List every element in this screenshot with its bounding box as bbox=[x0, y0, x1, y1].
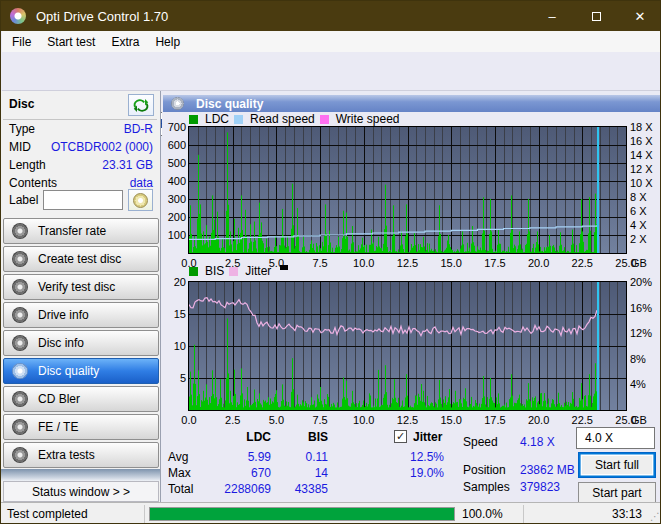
menu-help[interactable]: Help bbox=[147, 31, 188, 52]
axis-tick-label: 16% bbox=[630, 302, 660, 314]
total-row-label: Total bbox=[168, 482, 193, 496]
statusbar-separator bbox=[523, 505, 524, 523]
label-field-label: Label bbox=[9, 193, 38, 207]
ldc-swatch-icon bbox=[189, 115, 198, 124]
sidebar-item-label: Transfer rate bbox=[38, 224, 106, 238]
axis-tick-label: 12% bbox=[630, 327, 660, 339]
disc-icon bbox=[12, 335, 28, 351]
read-speed-swatch-icon bbox=[234, 115, 243, 124]
position-stat-value: 23862 MB bbox=[520, 463, 575, 477]
bis-jitter-chart-canvas bbox=[189, 282, 626, 410]
disc-icon bbox=[12, 307, 28, 323]
axis-tick-label: 7.5 bbox=[302, 414, 338, 426]
chart1-legend: LDC Read speed Write speed bbox=[189, 112, 400, 126]
sidebar-item-label: Disc quality bbox=[38, 364, 99, 378]
avg-bis-value: 0.11 bbox=[248, 450, 328, 464]
panel-header: Disc quality bbox=[163, 95, 660, 112]
maximize-button[interactable] bbox=[574, 1, 618, 31]
length-label: Length bbox=[9, 158, 46, 172]
test-speed-value: 4.0 X bbox=[585, 431, 613, 445]
axis-tick-label: 4% bbox=[630, 378, 660, 390]
max-jitter-value: 19.0% bbox=[364, 466, 444, 480]
axis-tick-label: 10.0 bbox=[346, 414, 382, 426]
axis-tick-label: 17.5 bbox=[477, 257, 513, 269]
sidebar-item-fe-te[interactable]: FE / TE bbox=[3, 414, 159, 440]
menu-bar: File Start test Extra Help bbox=[2, 31, 660, 52]
refresh-icon bbox=[133, 98, 149, 113]
axis-tick-label: 600 bbox=[158, 139, 186, 151]
maximize-icon bbox=[592, 12, 601, 21]
sidebar-item-create-test-disc[interactable]: Create test disc bbox=[3, 246, 159, 272]
jitter-checkbox[interactable]: ✓ bbox=[394, 430, 407, 443]
sidebar-item-label: Drive info bbox=[38, 308, 89, 322]
sidebar-item-disc-info[interactable]: Disc info bbox=[3, 330, 159, 356]
sidebar-item-label: Create test disc bbox=[38, 252, 121, 266]
disc-quality-panel: Disc quality LDC Read speed Write speed … bbox=[162, 91, 661, 503]
sidebar-item-disc-quality[interactable]: Disc quality bbox=[3, 358, 159, 384]
resize-grip[interactable]: ⋰ bbox=[650, 511, 660, 522]
axis-tick-label: 20.0 bbox=[521, 414, 557, 426]
statusbar-separator bbox=[144, 505, 145, 523]
axis-tick-label: 700 bbox=[158, 121, 186, 133]
menu-start-test[interactable]: Start test bbox=[39, 31, 103, 52]
mid-label: MID bbox=[9, 140, 31, 154]
contents-label: Contents bbox=[9, 176, 57, 190]
disc-refresh-button[interactable] bbox=[128, 94, 154, 116]
title-bar: Opti Drive Control 1.70 – ✕ bbox=[1, 1, 661, 31]
contents-value: data bbox=[130, 176, 153, 190]
max-bis-value: 14 bbox=[248, 466, 328, 480]
cd-icon bbox=[133, 193, 148, 208]
legend-label: BIS bbox=[205, 264, 224, 278]
speed-stat-value: 4.18 X bbox=[520, 435, 555, 449]
menu-file[interactable]: File bbox=[4, 31, 39, 52]
status-window-button[interactable]: Status window > > bbox=[3, 481, 159, 502]
axis-tick-label: 8 X bbox=[630, 191, 660, 203]
total-bis-value: 43385 bbox=[248, 482, 328, 496]
length-value: 23.31 GB bbox=[102, 158, 153, 172]
sidebar-item-label: Extra tests bbox=[38, 448, 95, 462]
axis-tick-label: GB bbox=[631, 414, 657, 426]
axis-tick-label: 5.0 bbox=[258, 414, 294, 426]
legend-label: Jitter bbox=[245, 264, 271, 278]
progress-percent: 100.0% bbox=[462, 507, 503, 521]
label-input[interactable] bbox=[43, 190, 123, 210]
panel-title: Disc quality bbox=[196, 97, 263, 111]
axis-tick-label: 16 X bbox=[630, 135, 660, 147]
axis-tick-label: 15 bbox=[158, 308, 186, 320]
axis-tick-label: 7.5 bbox=[302, 257, 338, 269]
start-full-button[interactable]: Start full bbox=[578, 452, 656, 478]
axis-tick-label: 20.0 bbox=[521, 257, 557, 269]
axis-tick-label: 12 X bbox=[630, 163, 660, 175]
bis-column-header: BIS bbox=[248, 430, 328, 444]
divider bbox=[3, 119, 157, 120]
type-value: BD-R bbox=[124, 122, 153, 136]
bis-jitter-chart-plot bbox=[188, 281, 627, 411]
sidebar-item-cd-bler[interactable]: CD Bler bbox=[3, 386, 159, 412]
axis-tick-label: 2.5 bbox=[215, 414, 251, 426]
disc-icon bbox=[171, 97, 184, 110]
status-bar: Test completed 100.0% 33:13 ⋰ bbox=[1, 502, 661, 524]
sidebar-item-transfer-rate[interactable]: Transfer rate bbox=[3, 218, 159, 244]
elapsed-time: 33:13 bbox=[612, 507, 642, 521]
disc-icon bbox=[12, 447, 28, 463]
type-label: Type bbox=[9, 122, 35, 136]
sidebar-item-label: Disc info bbox=[38, 336, 84, 350]
axis-tick-label: 20 bbox=[158, 276, 186, 288]
sidebar-item-verify-test-disc[interactable]: Verify test disc bbox=[3, 274, 159, 300]
jitter-swatch-icon bbox=[229, 267, 238, 276]
test-speed-select[interactable]: 4.0 X bbox=[576, 427, 655, 449]
sidebar-item-drive-info[interactable]: Drive info bbox=[3, 302, 159, 328]
start-part-button[interactable]: Start part bbox=[578, 482, 656, 504]
ldc-chart-plot bbox=[188, 126, 627, 254]
sidebar-item-extra-tests[interactable]: Extra tests bbox=[3, 442, 159, 468]
axis-tick-label: 14 X bbox=[630, 149, 660, 161]
status-text: Test completed bbox=[7, 507, 88, 521]
close-button[interactable]: ✕ bbox=[618, 1, 661, 31]
axis-tick-label: 18 X bbox=[630, 121, 660, 133]
legend-label: Read speed bbox=[250, 112, 315, 126]
minimize-button[interactable]: – bbox=[530, 1, 574, 31]
sidebar-item-label: FE / TE bbox=[38, 420, 78, 434]
chart2-legend: BIS Jitter bbox=[189, 264, 288, 278]
menu-extra[interactable]: Extra bbox=[103, 31, 147, 52]
disc-label-button[interactable] bbox=[128, 189, 153, 211]
